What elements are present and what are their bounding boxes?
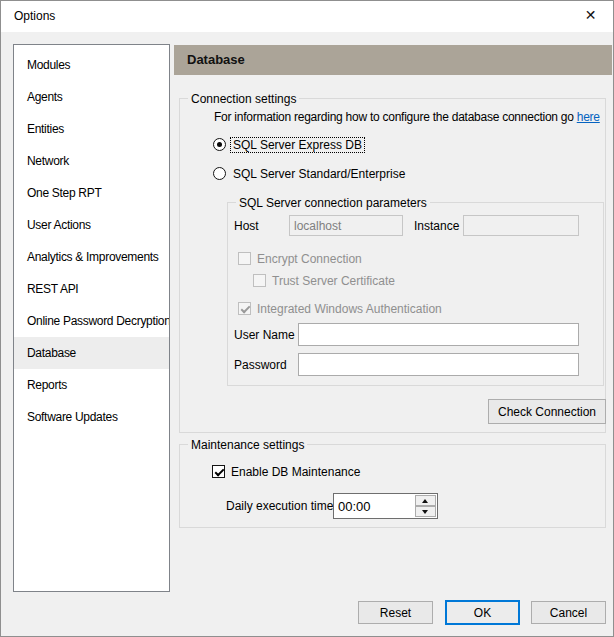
maintenance-settings-label: Maintenance settings: [188, 438, 307, 452]
page-title: Database: [174, 45, 612, 75]
trust-certificate-label: Trust Server Certificate: [272, 274, 395, 288]
radio-sql-express-label[interactable]: SQL Server Express DB: [231, 138, 364, 152]
radio-row-express[interactable]: SQL Server Express DB: [213, 137, 364, 152]
daily-execution-label: Daily execution time: [226, 499, 333, 513]
radio-sql-express[interactable]: [213, 138, 226, 151]
daily-time-spinner[interactable]: [333, 493, 438, 519]
sql-params-label: SQL Server connection parameters: [236, 196, 430, 210]
host-label: Host: [234, 219, 259, 233]
daily-time-input[interactable]: [334, 494, 412, 518]
encrypt-connection-label: Encrypt Connection: [257, 252, 362, 266]
sidebar-item-modules[interactable]: Modules: [14, 49, 169, 81]
integrated-auth-label: Integrated Windows Authentication: [257, 302, 442, 316]
sidebar: ModulesAgentsEntitiesNetworkOne Step RPT…: [13, 44, 170, 592]
username-label: User Name: [234, 328, 295, 342]
connection-settings-label: Connection settings: [188, 92, 299, 106]
sidebar-item-entities[interactable]: Entities: [14, 113, 169, 145]
triangle-down-icon: [422, 510, 428, 514]
check-connection-button[interactable]: Check Connection: [488, 399, 606, 424]
password-input[interactable]: [298, 353, 579, 376]
enable-maintenance-row[interactable]: Enable DB Maintenance: [212, 464, 360, 479]
db-connection-info: For information regarding how to configu…: [214, 110, 600, 124]
username-input[interactable]: [298, 323, 579, 346]
window-title: Options: [14, 1, 55, 32]
enable-maintenance-checkbox[interactable]: [212, 465, 225, 478]
options-dialog: Options ✕ ModulesAgentsEntitiesNetworkOn…: [0, 0, 614, 637]
here-link[interactable]: here: [577, 110, 600, 124]
sidebar-item-network[interactable]: Network: [14, 145, 169, 177]
ok-button[interactable]: OK: [445, 600, 520, 625]
trust-certificate-row: Trust Server Certificate: [253, 273, 395, 288]
spinner-buttons: [415, 495, 436, 517]
sidebar-item-user-actions[interactable]: User Actions: [14, 209, 169, 241]
cancel-button[interactable]: Cancel: [531, 601, 606, 624]
encrypt-connection-checkbox: [238, 252, 251, 265]
reset-button[interactable]: Reset: [358, 601, 433, 624]
integrated-auth-checkbox: [238, 302, 251, 315]
spin-up-button[interactable]: [415, 495, 436, 506]
sidebar-item-analytics-improvements[interactable]: Analytics & Improvements: [14, 241, 169, 273]
radio-sql-standard[interactable]: [213, 167, 226, 180]
sidebar-item-software-updates[interactable]: Software Updates: [14, 401, 169, 433]
enable-maintenance-label[interactable]: Enable DB Maintenance: [231, 465, 360, 479]
host-input: [289, 215, 403, 236]
integrated-auth-row: Integrated Windows Authentication: [238, 301, 442, 316]
sidebar-item-reports[interactable]: Reports: [14, 369, 169, 401]
radio-row-standard[interactable]: SQL Server Standard/Enterprise: [213, 166, 407, 181]
password-label: Password: [234, 358, 287, 372]
info-text: For information regarding how to configu…: [214, 110, 577, 124]
sidebar-item-agents[interactable]: Agents: [14, 81, 169, 113]
sidebar-item-online-password-decryption[interactable]: Online Password Decryption: [14, 305, 169, 337]
close-icon[interactable]: ✕: [568, 1, 613, 32]
radio-sql-standard-label[interactable]: SQL Server Standard/Enterprise: [231, 167, 407, 181]
encrypt-connection-row: Encrypt Connection: [238, 251, 362, 266]
spin-down-button[interactable]: [415, 506, 436, 517]
sidebar-item-one-step-rpt[interactable]: One Step RPT: [14, 177, 169, 209]
sidebar-item-database[interactable]: Database: [14, 337, 169, 369]
instance-label: Instance: [414, 219, 459, 233]
instance-input: [463, 215, 579, 236]
trust-certificate-checkbox: [253, 274, 266, 287]
title-bar: Options ✕: [1, 1, 613, 32]
sidebar-item-rest-api[interactable]: REST API: [14, 273, 169, 305]
triangle-up-icon: [422, 499, 428, 503]
